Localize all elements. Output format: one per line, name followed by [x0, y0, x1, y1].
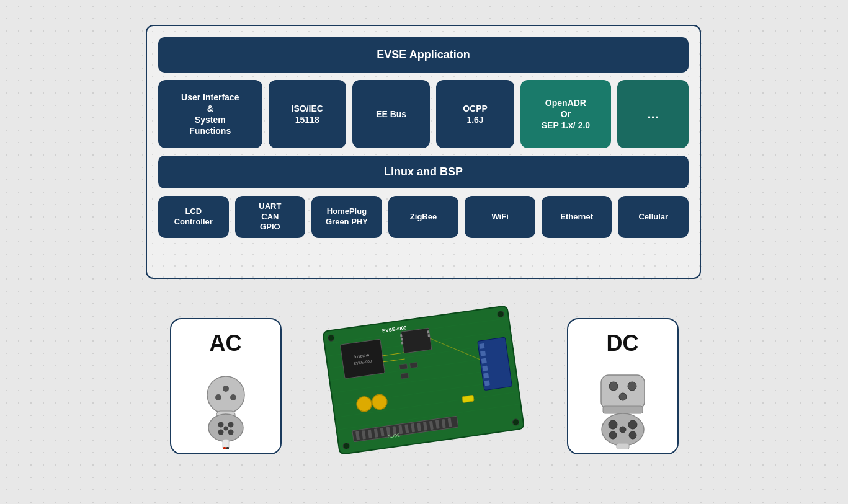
evse-bar: EVSE Application — [158, 37, 689, 73]
box-openadr: OpenADR Or SEP 1.x/ 2.0 — [520, 80, 611, 148]
svg-rect-65 — [462, 395, 473, 402]
user-interface-label: User Interface & System Functions — [181, 92, 239, 137]
linux-bar: Linux and BSP — [158, 156, 689, 188]
svg-point-0 — [207, 376, 244, 413]
homeplug-label: HomePlug Green PHY — [326, 206, 368, 228]
ac-connector-box: AC — [170, 318, 282, 454]
svg-point-10 — [223, 427, 228, 431]
svg-point-2 — [215, 394, 221, 400]
ethernet-label: Ethernet — [560, 212, 593, 223]
svg-rect-46 — [409, 362, 417, 368]
svg-rect-34 — [427, 330, 429, 333]
svg-point-81 — [620, 427, 626, 433]
svg-rect-38 — [480, 351, 486, 356]
svg-point-73 — [628, 382, 636, 391]
ac-label: AC — [210, 330, 242, 356]
linux-label: Linux and BSP — [384, 166, 463, 178]
dc-connector-icon — [582, 363, 663, 449]
box-uart: UART CAN GPIO — [235, 196, 306, 238]
svg-rect-37 — [479, 343, 484, 349]
box-iso-iec: ISO/IEC 15118 — [269, 80, 346, 148]
svg-point-72 — [609, 382, 618, 391]
svg-rect-12 — [223, 447, 226, 449]
svg-point-78 — [628, 420, 637, 429]
lcd-label: LCD Controller — [174, 206, 213, 228]
svg-point-7 — [228, 422, 233, 428]
openadr-label: OpenADR Or SEP 1.x/ 2.0 — [542, 97, 590, 131]
svg-point-1 — [223, 386, 229, 392]
pcb-board-area: IoTecha EVSE-i000 — [306, 296, 542, 476]
box-lcd: LCD Controller — [158, 196, 229, 238]
svg-rect-41 — [483, 373, 489, 378]
svg-rect-82 — [617, 443, 629, 449]
dots-label: ... — [647, 105, 658, 123]
wifi-label: WiFi — [491, 212, 508, 223]
box-ee-bus: EE Bus — [352, 80, 430, 148]
ac-plug-svg — [189, 363, 263, 449]
box-cellular: Cellular — [618, 196, 689, 238]
uart-label: UART CAN GPIO — [259, 201, 281, 233]
svg-rect-33 — [401, 342, 403, 344]
ocpp-label: OCPP 1.6J — [463, 103, 488, 125]
box-ethernet: Ethernet — [542, 196, 612, 238]
bottom-row: LCD Controller UART CAN GPIO HomePlug Gr… — [158, 196, 689, 238]
ee-bus-label: EE Bus — [376, 108, 406, 120]
svg-point-3 — [230, 394, 236, 400]
svg-rect-39 — [481, 358, 486, 364]
svg-rect-45 — [399, 364, 407, 370]
bottom-section: AC — [0, 296, 848, 476]
diagram-container: EVSE Application User Interface & System… — [146, 25, 701, 279]
svg-rect-32 — [400, 338, 403, 340]
box-user-interface: User Interface & System Functions — [158, 80, 262, 148]
svg-rect-75 — [603, 406, 643, 413]
svg-point-9 — [228, 430, 233, 435]
box-ocpp: OCPP 1.6J — [436, 80, 514, 148]
dc-connector-box: DC — [567, 318, 679, 454]
cellular-label: Cellular — [638, 212, 668, 223]
svg-rect-40 — [482, 366, 488, 371]
svg-point-79 — [609, 431, 617, 439]
svg-rect-30 — [401, 328, 431, 353]
svg-rect-27 — [340, 339, 385, 379]
box-dots: ... — [617, 80, 689, 148]
svg-rect-31 — [400, 334, 403, 337]
middle-row: User Interface & System Functions ISO/IE… — [158, 80, 689, 148]
dc-plug-svg — [586, 363, 660, 449]
svg-point-80 — [629, 431, 636, 439]
svg-point-77 — [609, 420, 617, 429]
ac-connector-icon — [185, 363, 266, 449]
svg-rect-35 — [427, 334, 430, 337]
box-homeplug: HomePlug Green PHY — [311, 196, 382, 238]
zigbee-label: ZigBee — [410, 212, 437, 223]
evse-label: EVSE Application — [377, 48, 470, 61]
svg-point-6 — [218, 422, 223, 428]
svg-rect-47 — [400, 373, 408, 379]
pcb-svg: IoTecha EVSE-i000 — [306, 299, 542, 473]
svg-rect-71 — [601, 375, 645, 409]
svg-point-74 — [619, 393, 627, 400]
svg-rect-13 — [226, 447, 229, 449]
svg-point-8 — [218, 430, 223, 435]
box-zigbee: ZigBee — [388, 196, 459, 238]
dc-label: DC — [607, 330, 639, 356]
svg-rect-42 — [484, 380, 489, 386]
iso-iec-label: ISO/IEC 15118 — [292, 103, 323, 125]
box-wifi: WiFi — [465, 196, 535, 238]
